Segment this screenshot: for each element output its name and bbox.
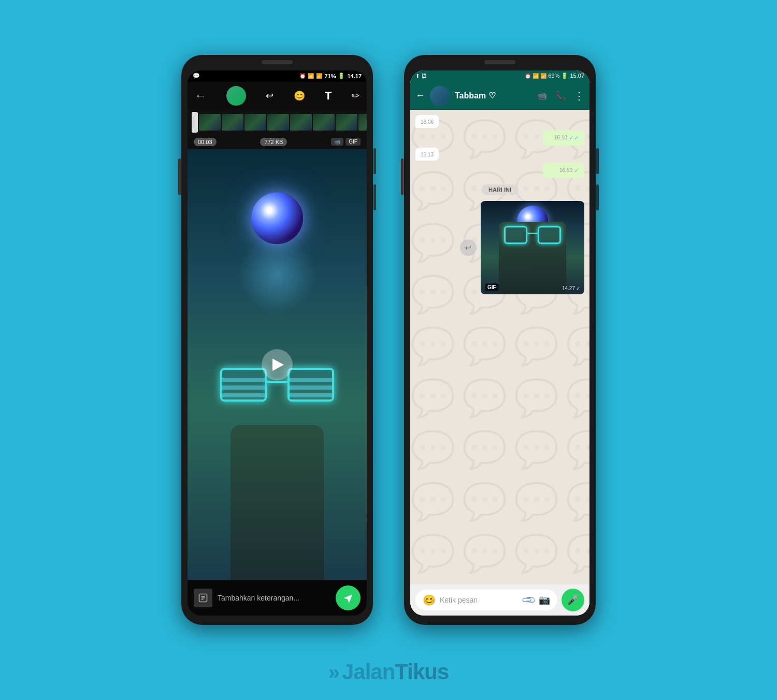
sunglass-stripe-6 (290, 393, 332, 397)
message-input[interactable]: Ketik pesan (440, 596, 519, 604)
info-bar: 00.03 772 KB 📹 GIF (188, 135, 367, 149)
gif-badge[interactable]: GIF (346, 138, 361, 146)
chat-area: 16.06 16.10 ✓✓ 16.13 (410, 110, 589, 584)
emoji-icon[interactable]: 😊 (294, 90, 305, 102)
phone-2: ⬆ 🖼 ⏰ 📶 📶 69% 🔋 15.07 ← Tabbam ♡ (404, 55, 596, 625)
gif-preview[interactable]: GIF 14.27 ✓ (481, 201, 584, 294)
message-received-2: 16.13 (415, 148, 439, 161)
msg-meta-2: 16.10 ✓✓ (548, 134, 579, 141)
filmstrip-frame (199, 114, 221, 131)
alarm-icon-2: ⏰ (525, 73, 531, 79)
filmstrip-frame (290, 114, 312, 131)
msg-meta-4: 16.50 ✓ (548, 167, 579, 174)
gif-message-container: ↩ GIF (481, 201, 584, 294)
gif-sunglass-right (538, 226, 561, 244)
emoji-button[interactable]: 😊 (423, 594, 436, 606)
time-2: 15.07 (570, 73, 584, 79)
gif-badge: GIF (485, 283, 499, 291)
chat-input-wrap[interactable]: 😊 Ketik pesan 📎 📷 (415, 590, 557, 610)
image-icon: 🖼 (422, 73, 427, 79)
editor-bottom: Tambahkan keterangan... (188, 580, 367, 616)
camera-button[interactable]: 📷 (539, 594, 550, 606)
sunglass-bridge (267, 381, 287, 383)
phone-2-notch (484, 60, 515, 64)
text-icon[interactable]: T (325, 89, 332, 103)
wifi-icon: 📶 (308, 73, 314, 79)
status-left-icons: 💬 (193, 73, 200, 79)
editor-toolbar: ← ↩ 😊 T ✏ (188, 82, 367, 110)
message-sent-1: 16.10 ✓✓ (543, 130, 584, 146)
video-preview[interactable] (188, 149, 367, 580)
phone-2-screen: ⬆ 🖼 ⏰ 📶 📶 69% 🔋 15.07 ← Tabbam ♡ (410, 70, 589, 616)
light-glow (238, 235, 316, 313)
back-icon-1[interactable]: ← (195, 89, 206, 103)
size-badge: 772 KB (260, 138, 287, 146)
msg-meta-3: 16.13 (421, 152, 434, 158)
sunglass-stripe-5 (290, 385, 332, 390)
forward-icon[interactable]: ↩ (460, 239, 477, 256)
wa-status-right: ⏰ 📶 📶 69% 🔋 15.07 (525, 73, 584, 79)
wa-top-left-icons: ⬆ 🖼 (415, 73, 427, 79)
filmstrip-frame (313, 114, 335, 131)
filmstrip-handle-left[interactable] (192, 112, 198, 133)
video-call-icon[interactable]: 📹 (537, 91, 547, 101)
gif-time: 14.27 ✓ (562, 285, 580, 291)
phone-1-screen: 💬 ⏰ 📶 📶 71% 🔋 14.17 ← ↩ 😊 (188, 70, 367, 616)
alarm-icon: ⏰ (299, 73, 306, 79)
msg-time-2: 16.10 (554, 135, 567, 140)
filmstrip-frame (336, 114, 357, 131)
pencil-icon[interactable]: ✏ (352, 90, 359, 102)
video-badge[interactable]: 📹 (331, 138, 343, 146)
filmstrip-frame (222, 114, 243, 131)
status-bar-1: 💬 ⏰ 📶 📶 71% 🔋 14.17 (188, 70, 367, 82)
msg-time-1: 16.06 (421, 119, 434, 125)
gif-sunglass-left (504, 226, 527, 244)
msg-ticks-2: ✓ (574, 167, 579, 174)
sunglass-stripe-4 (290, 378, 332, 382)
watermark: » JalanTikus (328, 660, 449, 684)
filmstrip (188, 110, 367, 135)
contact-avatar (430, 86, 450, 106)
contact-name[interactable]: Tabbam ♡ (455, 91, 531, 101)
sunglass-stripe-2 (222, 385, 265, 390)
msg-meta-1: 16.06 (421, 119, 434, 125)
battery-icon-1: 🔋 (338, 73, 345, 79)
battery-2: 69% (548, 73, 559, 79)
duration-badge: 00.03 (194, 138, 217, 146)
filmstrip-frame (244, 114, 266, 131)
voice-call-icon[interactable]: 📞 (555, 91, 566, 101)
caption-input-text[interactable]: Tambahkan keterangan... (218, 594, 330, 602)
status-right-info: ⏰ 📶 📶 71% 🔋 14.17 (299, 73, 362, 79)
header-actions: 📹 📞 ⋮ (537, 90, 584, 102)
filmstrip-frame (267, 114, 289, 131)
sunglass-right (287, 368, 334, 402)
caption-icon[interactable] (194, 589, 212, 607)
signal-icon-2: 📶 (540, 73, 546, 79)
play-button[interactable] (262, 349, 293, 380)
sunglass-left (220, 368, 267, 402)
attach-button[interactable]: 📎 (521, 592, 537, 608)
whatsapp-icon: 💬 (193, 73, 200, 79)
gif-timestamp: 14.27 (562, 285, 575, 291)
message-received-1: 16.06 (415, 115, 439, 128)
mic-button[interactable]: 🎤 (562, 589, 584, 611)
msg-time-4: 16.50 (559, 167, 572, 173)
battery-percent-1: 71% (324, 73, 336, 79)
wa-status-bar: ⬆ 🖼 ⏰ 📶 📶 69% 🔋 15.07 (410, 70, 589, 82)
type-badges: 📹 GIF (331, 138, 361, 146)
wa-header: ← Tabbam ♡ 📹 📞 ⋮ (410, 82, 589, 110)
chat-input-bar: 😊 Ketik pesan 📎 📷 🎤 (410, 584, 589, 616)
back-button-2[interactable]: ← (415, 90, 425, 101)
send-button-1[interactable] (336, 585, 361, 610)
phone-1-notch (262, 60, 293, 64)
more-options-icon[interactable]: ⋮ (574, 90, 584, 102)
msg-time-3: 16.13 (421, 152, 434, 158)
undo-icon[interactable]: ↩ (266, 90, 274, 102)
signal-icon: 📶 (316, 73, 322, 79)
gif-sunglasses (504, 226, 561, 247)
time-1: 14.17 (347, 73, 362, 79)
msg-ticks-1: ✓✓ (569, 134, 579, 141)
gif-sunglass-bridge (527, 233, 538, 234)
wifi-icon-2: 📶 (533, 73, 539, 79)
message-sent-2: 16.50 ✓ (543, 163, 584, 178)
